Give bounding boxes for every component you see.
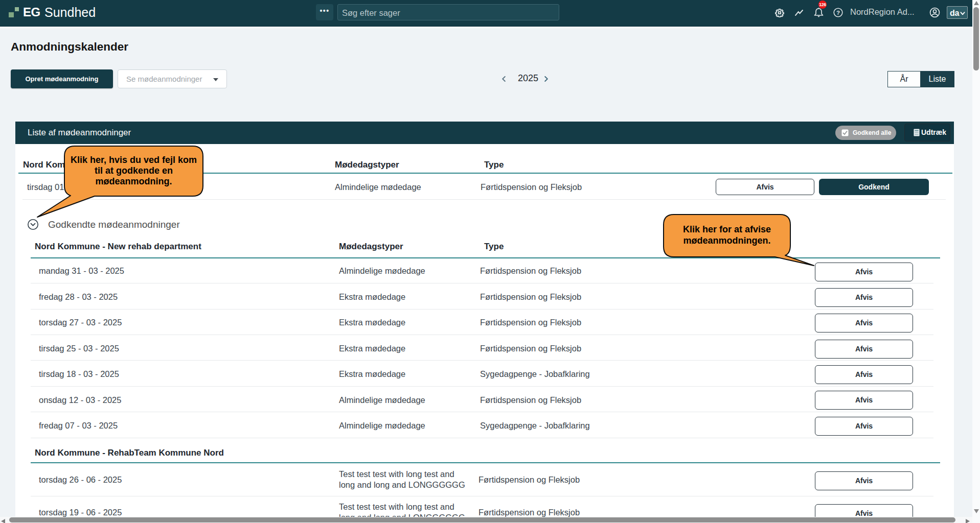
svg-text:?: ? <box>836 10 840 16</box>
